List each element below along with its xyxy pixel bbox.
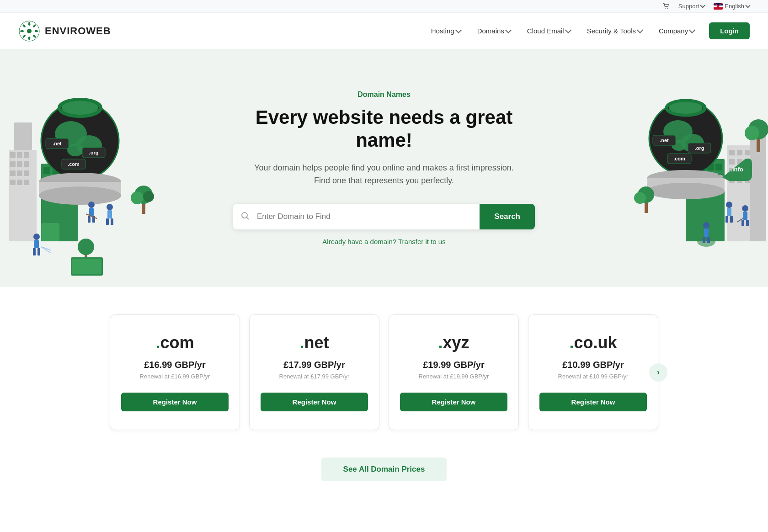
hero-right-illustration: .net .com .org .info [594,49,768,287]
next-arrow-button[interactable]: › [649,363,667,382]
svg-point-17 [33,35,35,37]
svg-rect-79 [37,248,40,255]
domain-card-com: .com £16.99 GBP/yr Renewal at £16.99 GBP… [110,314,240,430]
domain-renewal-xyz: Renewal at £19.99 GBP/yr [400,373,507,380]
svg-rect-66 [89,208,94,216]
svg-text:.info: .info [731,166,743,173]
nav-cloud-email[interactable]: Cloud Email [521,23,577,38]
register-net-button[interactable]: Register Now [261,393,368,411]
svg-rect-28 [17,170,22,176]
svg-rect-130 [727,208,731,216]
domain-search-bar: Search [233,204,535,229]
svg-text:.net: .net [660,138,669,143]
transfer-link[interactable]: Already have a domain? Transfer it to us [322,238,445,245]
hero-left-illustration: .net .com .org [0,49,174,287]
nav-company[interactable]: Company [652,23,701,38]
language-selector[interactable]: English [714,3,750,10]
nav-domains[interactable]: Domains [471,23,517,38]
svg-rect-135 [741,220,744,226]
header: ENVIROWEB Hosting Domains Cloud Email Se… [0,13,768,49]
svg-rect-25 [17,161,22,167]
domain-ext-com: .com [121,333,229,352]
svg-point-0 [665,8,666,9]
svg-point-114 [669,102,703,114]
svg-point-15 [35,30,37,32]
domain-ext-couk: .co.uk [539,333,647,352]
domain-renewal-net: Renewal at £17.99 GBP/yr [261,373,368,380]
domain-search-input[interactable] [257,204,480,229]
svg-point-76 [33,234,40,240]
svg-rect-84 [737,150,742,155]
svg-point-13 [28,37,31,39]
svg-text:.com: .com [68,161,80,167]
hero-content: Domain Names Every website needs a great… [224,90,544,246]
svg-point-146 [242,213,247,218]
svg-rect-142 [707,237,710,243]
domain-cards-wrapper: .com £16.99 GBP/yr Renewal at £16.99 GBP… [110,314,658,430]
domain-price-couk: £10.99 GBP/yr [539,360,647,370]
domain-card-net: .net £17.99 GBP/yr Renewal at £17.99 GBP… [249,314,379,430]
nav: Hosting Domains Cloud Email Security & T… [425,22,750,39]
register-com-button[interactable]: Register Now [121,393,229,411]
svg-point-123 [647,183,725,199]
search-button[interactable]: Search [480,204,535,229]
svg-rect-26 [24,161,29,167]
svg-rect-35 [43,167,50,174]
svg-point-49 [67,144,84,156]
domain-price-com: £16.99 GBP/yr [121,360,229,370]
svg-rect-86 [729,159,735,165]
svg-point-11 [27,29,32,33]
svg-rect-72 [106,218,109,225]
hero-subtitle: Your domain helps people find you online… [233,161,535,188]
svg-point-65 [88,202,95,208]
svg-text:.com: .com [673,156,685,161]
svg-rect-71 [107,210,112,218]
svg-point-139 [703,222,709,229]
domains-chevron-icon [505,27,512,33]
cloud-email-chevron-icon [565,27,571,33]
svg-line-147 [247,217,249,219]
register-xyz-button[interactable]: Register Now [400,393,507,411]
svg-point-51 [62,101,98,115]
svg-text:.org: .org [89,150,99,155]
support-link[interactable]: Support [678,3,705,10]
svg-rect-22 [17,152,22,158]
domain-price-xyz: £19.99 GBP/yr [400,360,507,370]
domain-ext-xyz: .xyz [400,333,507,352]
svg-rect-31 [17,180,22,185]
support-chevron-icon [700,3,705,8]
svg-rect-29 [24,170,29,176]
hero-section-label: Domain Names [233,90,535,99]
svg-rect-78 [33,248,36,255]
svg-rect-85 [745,150,750,155]
svg-point-1 [667,8,668,9]
flag-icon [714,3,723,10]
domain-renewal-com: Renewal at £16.99 GBP/yr [121,373,229,380]
domain-card-xyz: .xyz £19.99 GBP/yr Renewal at £19.99 GBP… [389,314,519,430]
nav-hosting[interactable]: Hosting [425,23,467,38]
svg-point-75 [78,239,94,255]
svg-rect-77 [34,240,39,248]
svg-rect-21 [10,152,16,158]
svg-point-138 [697,236,715,247]
nav-security-tools[interactable]: Security & Tools [581,23,649,38]
cart-icon-wrap[interactable] [663,3,669,10]
register-couk-button[interactable]: Register Now [539,393,647,411]
logo-text: ENVIROWEB [45,25,111,37]
svg-rect-131 [725,216,728,223]
svg-point-133 [742,205,748,212]
svg-point-129 [726,202,732,208]
logo[interactable]: ENVIROWEB [18,20,111,42]
top-bar: Support English [0,0,768,13]
login-button[interactable]: Login [709,22,750,39]
svg-rect-23 [24,152,29,158]
see-all-domain-prices-button[interactable]: See All Domain Prices [321,458,447,481]
svg-point-145 [745,126,759,140]
svg-rect-132 [730,216,733,223]
cart-icon [663,3,669,10]
svg-point-14 [21,30,24,32]
svg-rect-67 [88,216,91,223]
svg-rect-32 [24,180,29,185]
svg-rect-44 [41,223,59,241]
hero-title: Every website needs a great name! [233,106,535,152]
